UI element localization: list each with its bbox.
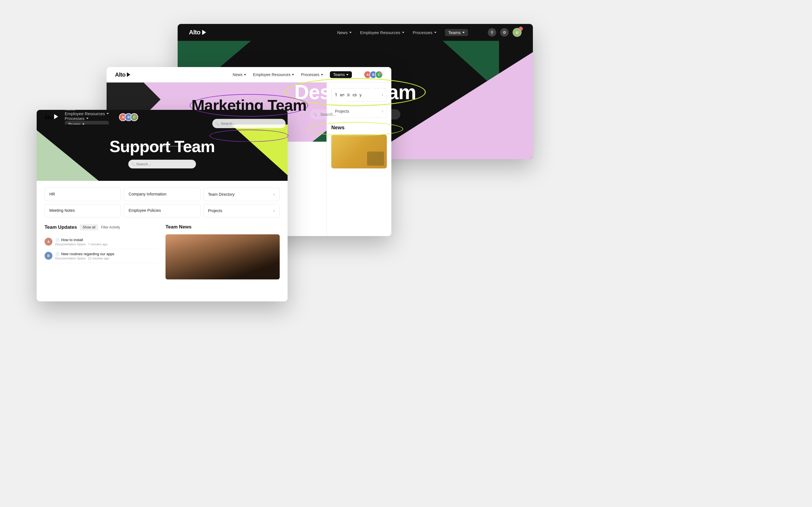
design-logo[interactable]: Alto	[189, 29, 206, 36]
nav-link-employee-resources[interactable]: Employee Resources	[253, 72, 294, 77]
update-item-2: B 📄 New routines regarding our apps Docu…	[45, 249, 159, 263]
grid-item-meeting-notes[interactable]: Meeting Notes	[45, 204, 121, 217]
update-title-1: 📄 How to install	[55, 238, 159, 242]
nav-link-employee-resources[interactable]: Employee Resources	[360, 30, 404, 35]
nav-link-processes[interactable]: Processes	[301, 72, 323, 77]
update-item-1: A 📄 How to install Documentation Space 7…	[45, 235, 159, 249]
chevron-down-icon	[244, 74, 246, 75]
design-nav-links: News Employee Resources Processes Teams	[337, 29, 468, 36]
team-updates-section: Team Updates Show all Filter Activity A …	[45, 224, 159, 279]
notification-badge: 0	[519, 27, 523, 31]
chevron-right-icon: ›	[273, 192, 275, 197]
chevron-right-icon: ›	[273, 208, 275, 213]
search-oval-decoration	[209, 129, 289, 142]
notification-badge: 0	[379, 71, 383, 74]
support-hero-title: Support Team	[109, 137, 215, 156]
show-all-button[interactable]: Show all	[80, 224, 98, 230]
chevron-down-icon	[349, 32, 352, 33]
nav-link-employee-resources[interactable]: Employee Resources	[65, 111, 109, 116]
design-hero-title: Design Team	[294, 80, 416, 104]
chevron-down-icon	[346, 74, 349, 75]
nav-icons: ⚲ ⚙ U 0	[488, 28, 522, 37]
support-content: HR Company Information Team Directory › …	[37, 181, 288, 286]
chevron-down-icon	[292, 74, 294, 75]
chevron-down-icon	[107, 113, 109, 114]
grid-item-projects[interactable]: Projects ›	[203, 204, 280, 217]
team-updates-header: Team Updates Show all Filter Activity	[45, 224, 159, 230]
logo-arrow-icon	[54, 114, 58, 119]
marketing-nav-links: News Employee Resources Processes Teams	[233, 71, 352, 78]
support-avatar-group: A B C 0	[121, 113, 138, 121]
marketing-logo[interactable]: Alto	[115, 71, 130, 78]
search-prefix-icon: 🔍	[131, 162, 135, 166]
support-search-container: 🔍	[128, 160, 196, 168]
design-search-input[interactable]	[310, 109, 400, 119]
nav-link-processes[interactable]: Processes	[413, 30, 437, 35]
chevron-down-icon	[462, 32, 465, 33]
notification-badge: 0	[135, 113, 138, 117]
search-icon[interactable]: ⚲	[488, 28, 496, 37]
logo-arrow-icon	[202, 30, 206, 35]
settings-icon[interactable]: ⚙	[500, 28, 509, 37]
nav-link-news[interactable]: News	[233, 72, 246, 77]
logo-arrow-icon	[127, 72, 130, 77]
support-bottom-sections: Team Updates Show all Filter Activity A …	[45, 224, 280, 279]
marketing-search-input[interactable]	[212, 119, 286, 128]
update-title-2: 📄 New routines regarding our apps	[55, 252, 159, 256]
decoration-triangle-green	[37, 130, 99, 181]
nav-link-teams[interactable]: Teams	[445, 29, 468, 36]
nav-link-news[interactable]: News	[337, 30, 352, 35]
team-news-image	[165, 234, 280, 279]
news-image-person	[165, 234, 280, 279]
grid-item-hr[interactable]: HR	[45, 187, 121, 201]
team-news-title: Team News	[165, 224, 192, 230]
grid-item-company-information[interactable]: Company Information	[124, 187, 200, 201]
search-prefix-icon: 🔍	[215, 122, 219, 126]
chevron-down-icon	[86, 118, 89, 119]
news-image	[331, 135, 387, 168]
team-news-section: Team News	[165, 224, 280, 279]
avatar-3: C 0	[375, 71, 383, 78]
update-content-1: 📄 How to install Documentation Space 7 m…	[55, 238, 159, 246]
design-nav-bar: Alto News Employee Resources Processes T…	[177, 24, 533, 41]
nav-link-teams[interactable]: Teams	[330, 71, 352, 78]
support-logo[interactable]: Alto	[45, 114, 58, 120]
chevron-down-icon	[434, 32, 437, 33]
chevron-down-icon	[321, 74, 323, 75]
grid-item-employee-policies[interactable]: Employee Policies	[124, 204, 200, 217]
grid-item-team-directory[interactable]: Team Directory ›	[203, 187, 280, 201]
update-avatar-2: B	[45, 252, 52, 260]
document-icon: 📄	[55, 252, 59, 256]
team-news-header: Team News	[165, 224, 280, 230]
update-avatar-1: A	[45, 238, 52, 245]
search-prefix-icon: 🔍	[313, 112, 317, 116]
filter-activity-button[interactable]: Filter Activity	[101, 225, 120, 229]
marketing-hero-title: Marketing Team	[192, 96, 306, 114]
support-search-input[interactable]	[128, 160, 196, 168]
update-meta-2: Documentation Space 12 minutes ago	[55, 257, 159, 260]
marketing-avatar-group: A B C 0	[366, 71, 383, 78]
support-links-grid: HR Company Information Team Directory › …	[45, 187, 280, 217]
team-updates-title: Team Updates	[45, 224, 77, 230]
avatar-3: C 0	[130, 113, 138, 121]
search-oval-decoration	[307, 122, 403, 136]
update-content-2: 📄 New routines regarding our apps Docume…	[55, 252, 159, 260]
chevron-down-icon	[402, 32, 404, 33]
nav-link-processes[interactable]: Processes	[65, 116, 109, 121]
update-meta-1: Documentation Space 7 minutes ago	[55, 242, 159, 246]
document-icon: 📄	[55, 238, 59, 242]
